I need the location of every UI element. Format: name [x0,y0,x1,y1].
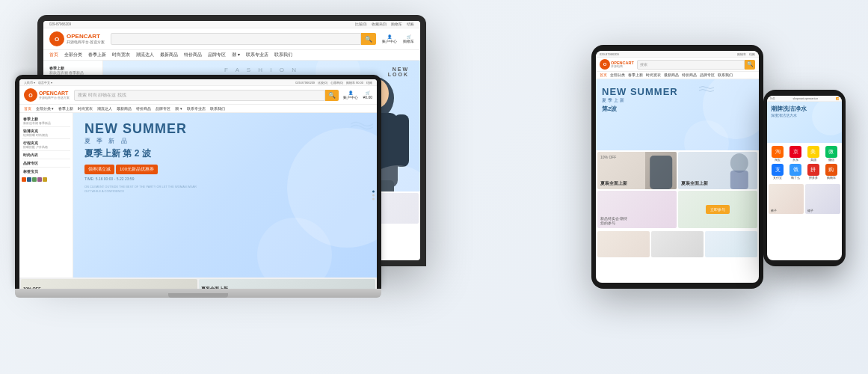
phone-app-2[interactable]: 京 京东 [788,146,804,162]
menu-all[interactable]: 全部分类 [64,52,82,58]
laptop-search-input[interactable]: 搜索 时尚 好物在这 找找 [74,90,325,101]
phone-app-5[interactable]: 支 支付宝 [770,164,786,180]
laptop-menu-home[interactable]: 首页 [24,106,31,111]
search-input[interactable] [111,33,361,45]
laptop-cart-icon[interactable]: 🛒¥0.00 [363,91,372,99]
tablet-menu: 首页 全部分类 春季上新 时尚宽衣 最新商品 特价商品 品牌专区 联系我们 [596,72,759,79]
tablet-banner-2[interactable]: 夏装全面上新 [678,152,757,189]
app-label-2: 京东 [792,159,798,162]
desktop-search: 🔍 [111,33,376,45]
tablet-menu-new[interactable]: 最新商品 [664,73,679,77]
menu-contact[interactable]: 联系我们 [274,52,292,58]
tablet-menu-brand[interactable]: 品牌专区 [700,73,715,77]
laptop-search-button[interactable]: 🔍 [325,90,339,101]
menu-spring[interactable]: 春季上新 [88,52,106,58]
laptop-banner-2[interactable]: 夏装全面上新 [199,279,375,289]
menu-trendy[interactable]: 潮流达人 [136,52,154,58]
phone-app-4[interactable]: 微 微信 [823,146,839,162]
laptop-cart[interactable]: 购物车 ¥0.00 [346,81,363,85]
phone-product-label-2: 裙子 [807,209,813,212]
laptop-menu-sale[interactable]: 特价商品 [136,106,151,111]
laptop-menu-spring[interactable]: 春季上新 [58,106,73,111]
laptop-menu-trendy[interactable]: 潮流达人 [97,106,112,111]
topbar-checkout[interactable]: 结账 [407,22,414,26]
laptop-menu-pro[interactable]: 联系专业店 [187,106,206,111]
app-icon-oc: 购 [825,164,837,176]
menu-home[interactable]: 首页 [49,52,58,58]
tablet-search-btn[interactable]: 🔍 [745,60,755,70]
phone-statusbar: 9:41 shopmart.opencart.cn 📶 [767,96,842,102]
laptop-bottom-row: 10% OFF 夏装全面上新 [19,278,377,289]
laptop-sidebar-jacket[interactable]: 轻薄夹克 轻薄防晒 时尚潮流 [22,127,70,139]
laptop-account[interactable]: 👤账户中心 [343,91,358,99]
app-label-6: 饿了么 [791,177,800,180]
laptop-sidebar-brand[interactable]: 品牌专区 [22,159,70,168]
tablet-cta[interactable]: 立即参与 [706,205,730,214]
tablet-product-3[interactable] [705,231,757,257]
laptop-menu-all[interactable]: 全部分类 ▾ [36,106,54,111]
tablet-frame: 029-87966209 购物车 结账 O OPENCART 开源电商 [591,45,763,289]
laptop-banner-1[interactable]: 10% OFF [21,279,197,289]
color-dot-yellow [43,177,47,182]
laptop-compare[interactable]: 比较(0) [318,81,327,85]
laptop-wishlist[interactable]: 心愿单(0) [330,81,343,85]
menu-brand[interactable]: 品牌专区 [208,52,226,58]
phone-app-7[interactable]: 拼 拼多多 [806,164,822,180]
search-button[interactable]: 🔍 [361,33,376,45]
laptop-menu-fashion[interactable]: 时尚宽衣 [78,106,93,111]
phone-product-2[interactable]: 裙子 [805,184,840,214]
tablet-menu-home[interactable]: 首页 [600,73,607,77]
color-dot-blue [27,177,31,182]
tablet-banner-3[interactable]: 新品特卖会·期待 您的参与 [597,191,677,228]
laptop-checkout[interactable]: 结账 [366,81,372,85]
tablet-menu-sale[interactable]: 特价商品 [682,73,697,77]
logo-tagline: 开源电商平台·首选方案 [67,40,105,44]
menu-sale[interactable]: 特价商品 [184,52,202,58]
menu-fashion[interactable]: 时尚宽衣 [112,52,130,58]
tablet-search: 搜索 🔍 [637,60,755,70]
scene: 029-87966209 比较(0) 收藏夹(0) 购物车 结账 O [0,0,868,374]
tablet-menu-spring[interactable]: 春季上新 [628,73,643,77]
laptop-menu-new[interactable]: 最新商品 [117,106,132,111]
laptop-menu-contact[interactable]: 联系我们 [210,106,225,111]
tablet-checkout[interactable]: 结账 [749,52,755,56]
phone-app-1[interactable]: 淘 淘宝 [770,146,786,162]
app-label-3: 美团 [810,159,816,162]
laptop-screen-part: 人民币 ▾ 语言中文 ▾ 029-87966209 比较(0) 心愿单(0) 购… [15,75,381,289]
tablet-menu-contact[interactable]: 联系我们 [718,73,733,77]
tablet-product-1[interactable] [597,231,650,257]
phone-app-8[interactable]: 购 购物车 [823,164,839,180]
tablet-device: 029-87966209 购物车 结账 O OPENCART 开源电商 [591,45,763,289]
tablet-phone: 029-87966209 [600,52,619,56]
menu-more[interactable]: 潮 ▾ [232,52,240,58]
laptop-currency[interactable]: 人民币 ▾ [24,81,35,85]
nav-cart[interactable]: 🛒购物车 [403,34,414,43]
laptop-sidebar-spring[interactable]: 春季上新 新款连衣裙 春季新品 [22,115,70,127]
tablet-content: 029-87966209 购物车 结账 O OPENCART 开源电商 [596,51,759,283]
tablet-menu-all[interactable]: 全部分类 [610,73,625,77]
nav-account[interactable]: 👤账户中心 [382,34,397,43]
laptop-sidebar-inner[interactable]: 时尚内衣 [22,151,70,159]
topbar-wishlist[interactable]: 收藏夹(0) [372,22,387,26]
laptop-lang[interactable]: 语言中文 ▾ [38,81,52,85]
app-label-7: 拼多多 [809,177,818,180]
laptop-sidebar-outdoor[interactable]: 行程夹克 防晒搭配 户外风格 [22,139,70,151]
topbar-cart[interactable]: 购物车 [391,22,402,26]
phone-product-1[interactable]: 裤子 [769,184,804,214]
tablet-menu-fashion[interactable]: 时尚宽衣 [646,73,661,77]
phone-app-3[interactable]: 美 美团 [806,146,822,162]
tablet-banner-1[interactable]: 10% OFF 夏装全面上新 [597,152,677,189]
scroll-dot-2 [372,194,375,197]
menu-new[interactable]: 最新商品 [160,52,178,58]
tablet-product-2[interactable] [651,231,704,257]
hero-btn-sub: 100元新品优惠券 [116,165,158,174]
tablet-banner-4[interactable]: 立即参与 [678,191,757,228]
tablet-search-input[interactable]: 搜索 [637,60,745,70]
topbar-compare[interactable]: 比较(0) [355,22,367,26]
tablet-cart[interactable]: 购物车 [737,52,746,56]
laptop-menu-more[interactable]: 潮 ▾ [175,106,182,111]
menu-pro[interactable]: 联系专业店 [246,52,268,58]
laptop-sidebar-other[interactable]: 标签宝贝 [22,168,70,175]
phone-app-6[interactable]: 饿 饿了么 [788,164,804,180]
laptop-menu-brand[interactable]: 品牌专区 [156,106,170,111]
